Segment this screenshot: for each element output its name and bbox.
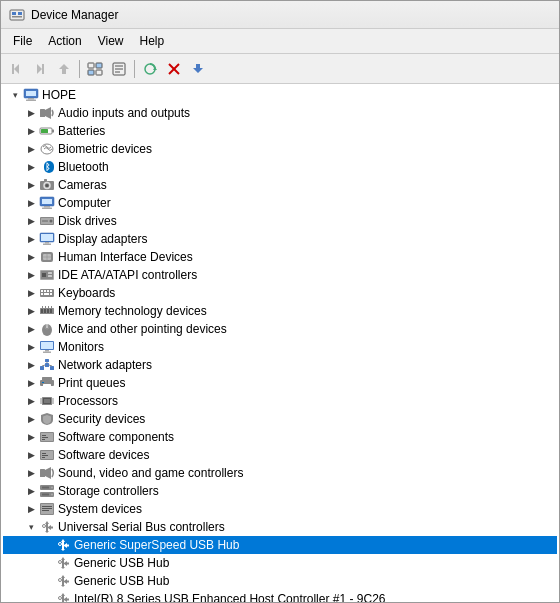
tree-row-bluetooth[interactable]: ▶ ᛒ Bluetooth xyxy=(3,158,557,176)
tree-row-storage[interactable]: ▶ Storag xyxy=(3,482,557,500)
tree-item-hid: ▶ Human Interface Devices xyxy=(3,248,557,266)
tree-row-usb-hub-1[interactable]: ▶ Generic USB Hub xyxy=(3,554,557,572)
tree-row-software-comp[interactable]: ▶ Software components xyxy=(3,428,557,446)
expander-processors[interactable]: ▶ xyxy=(23,393,39,409)
tree-row-superspeed-hub[interactable]: ▶ Generic SuperSpeed USB Hub xyxy=(3,536,557,554)
update-driver-button[interactable] xyxy=(187,58,209,80)
expander-software-comp[interactable]: ▶ xyxy=(23,429,39,445)
tree-row-processors[interactable]: ▶ xyxy=(3,392,557,410)
svg-point-124 xyxy=(59,543,62,546)
up-button[interactable] xyxy=(53,58,75,80)
svg-rect-5 xyxy=(42,64,44,74)
menu-file[interactable]: File xyxy=(5,31,40,51)
expander-biometric[interactable]: ▶ xyxy=(23,141,39,157)
tree-row-intel-8-series[interactable]: ▶ Intel(R) 8 Series USB Enhanced Host Co… xyxy=(3,590,557,602)
toolbar xyxy=(1,54,559,84)
tree-row-memory[interactable]: ▶ xyxy=(3,302,557,320)
tree-row-sound[interactable]: ▶ Sound, video and game controllers xyxy=(3,464,557,482)
tree-row-security[interactable]: ▶ Security devices xyxy=(3,410,557,428)
expander-system[interactable]: ▶ xyxy=(23,501,39,517)
svg-rect-59 xyxy=(47,290,49,292)
expander-audio[interactable]: ▶ xyxy=(23,105,39,121)
expander-hid[interactable]: ▶ xyxy=(23,249,39,265)
expander-computer[interactable]: ▶ xyxy=(23,195,39,211)
svg-point-125 xyxy=(59,561,62,564)
tree-label-computer: Computer xyxy=(58,196,111,210)
usb-children: ▶ Generic SuperSpeed USB Hub xyxy=(3,536,557,602)
expander-network[interactable]: ▶ xyxy=(23,357,39,373)
tree-row-network[interactable]: ▶ xyxy=(3,356,557,374)
tree-row-ide[interactable]: ▶ IDE ATA/ATAPI controllers xyxy=(3,266,557,284)
tree-row-keyboards[interactable]: ▶ xyxy=(3,284,557,302)
tree-row-print[interactable]: ▶ Print queues xyxy=(3,374,557,392)
expander-disk[interactable]: ▶ xyxy=(23,213,39,229)
tree-content[interactable]: ▾ HOPE ▶ xyxy=(1,84,559,602)
expander-hope[interactable]: ▾ xyxy=(7,87,23,103)
tree-item-intel-8-series: ▶ Intel(R) 8 Series USB Enhanced Host Co… xyxy=(3,590,557,602)
tree-row-audio[interactable]: ▶ Audio inputs and outputs xyxy=(3,104,557,122)
tree-row-hid[interactable]: ▶ Human Interface Devices xyxy=(3,248,557,266)
expander-software-dev[interactable]: ▶ xyxy=(23,447,39,463)
svg-rect-69 xyxy=(42,306,43,309)
tree-row-disk[interactable]: ▶ Disk drives xyxy=(3,212,557,230)
expander-storage[interactable]: ▶ xyxy=(23,483,39,499)
tree-item-monitors: ▶ Monitors xyxy=(3,338,557,356)
toolbar-sep-2 xyxy=(134,60,135,78)
expander-bluetooth[interactable]: ▶ xyxy=(23,159,39,175)
tree-row-computer[interactable]: ▶ Computer xyxy=(3,194,557,212)
tree-row-software-dev[interactable]: ▶ Software devices xyxy=(3,446,557,464)
expander-ide[interactable]: ▶ xyxy=(23,267,39,283)
tree-row-cameras[interactable]: ▶ Cameras xyxy=(3,176,557,194)
svg-rect-57 xyxy=(41,290,43,292)
properties-button[interactable] xyxy=(108,58,130,80)
tree-label-hid: Human Interface Devices xyxy=(58,250,193,264)
svg-rect-8 xyxy=(96,63,102,68)
tree-row-usb-hub-2[interactable]: ▶ Generic USB Hub xyxy=(3,572,557,590)
expander-monitors[interactable]: ▶ xyxy=(23,339,39,355)
display-icon xyxy=(39,231,55,247)
scan-button[interactable] xyxy=(139,58,161,80)
toolbar-sep-1 xyxy=(79,60,80,78)
expander-batteries[interactable]: ▶ xyxy=(23,123,39,139)
menu-view[interactable]: View xyxy=(90,31,132,51)
svg-point-41 xyxy=(50,220,53,223)
tree-row-batteries[interactable]: ▶ Batteries xyxy=(3,122,557,140)
back-button[interactable] xyxy=(5,58,27,80)
tree-label-ide: IDE ATA/ATAPI controllers xyxy=(58,268,197,282)
svg-rect-9 xyxy=(88,70,94,75)
menu-bar: File Action View Help xyxy=(1,29,559,54)
expander-keyboards[interactable]: ▶ xyxy=(23,285,39,301)
tree-row-usb[interactable]: ▾ Universal Serial Bus controllers xyxy=(3,518,557,536)
expander-display[interactable]: ▶ xyxy=(23,231,39,247)
expander-usb[interactable]: ▾ xyxy=(23,519,39,535)
svg-rect-65 xyxy=(41,309,43,313)
expander-mice[interactable]: ▶ xyxy=(23,321,39,337)
print-icon xyxy=(39,375,55,391)
system-icon xyxy=(39,501,55,517)
svg-rect-34 xyxy=(44,179,47,181)
forward-button[interactable] xyxy=(29,58,51,80)
tree-item-memory: ▶ xyxy=(3,302,557,320)
svg-line-85 xyxy=(42,365,45,366)
tree-row-system[interactable]: ▶ System devices xyxy=(3,500,557,518)
uninstall-button[interactable] xyxy=(163,58,185,80)
expander-security[interactable]: ▶ xyxy=(23,411,39,427)
tree-row-mice[interactable]: ▶ Mice and other pointing devices xyxy=(3,320,557,338)
expander-cameras[interactable]: ▶ xyxy=(23,177,39,193)
show-hidden-button[interactable] xyxy=(84,58,106,80)
tree-row-display[interactable]: ▶ Display adapters xyxy=(3,230,557,248)
tree-row-biometric[interactable]: ▶ Biometric devices xyxy=(3,140,557,158)
tree-row-monitors[interactable]: ▶ Monitors xyxy=(3,338,557,356)
tree-row-hope[interactable]: ▾ HOPE xyxy=(3,86,557,104)
tree-label-hope: HOPE xyxy=(42,88,76,102)
menu-help[interactable]: Help xyxy=(132,31,173,51)
expander-sound[interactable]: ▶ xyxy=(23,465,39,481)
tree-label-usb-hub-1: Generic USB Hub xyxy=(74,556,169,570)
expander-print[interactable]: ▶ xyxy=(23,375,39,391)
svg-rect-2 xyxy=(18,12,22,15)
menu-action[interactable]: Action xyxy=(40,31,89,51)
tree-label-memory: Memory technology devices xyxy=(58,304,207,318)
usb-device-2-icon xyxy=(55,555,71,571)
expander-memory[interactable]: ▶ xyxy=(23,303,39,319)
battery-icon xyxy=(39,123,55,139)
